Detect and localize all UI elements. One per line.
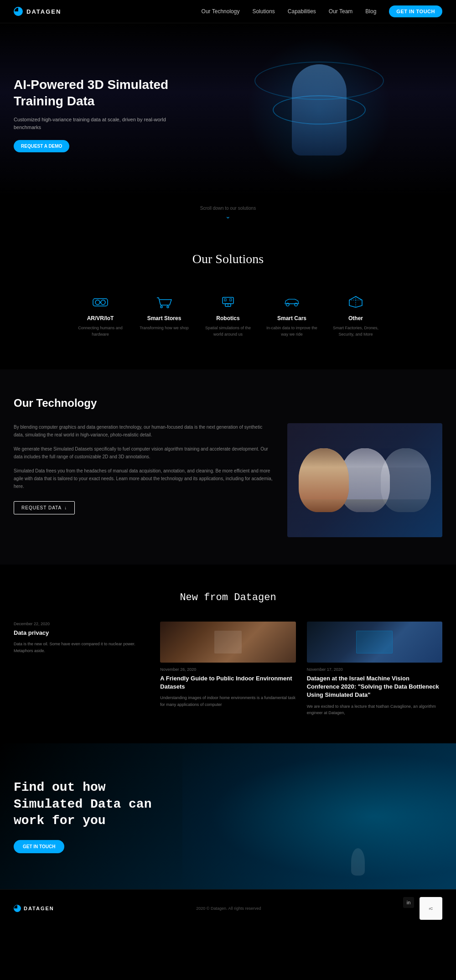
nav-link-capabilities[interactable]: Capabilities: [288, 8, 316, 15]
footer-logo-text: DATAGEN: [24, 906, 54, 911]
footer: DATAGEN 2020 © Datagen. All rights reser…: [0, 889, 456, 927]
nav-link-solutions[interactable]: Solutions: [252, 8, 275, 15]
news-thumb-2: [160, 622, 295, 663]
tech-para-3: Simulated Data frees you from the headac…: [14, 467, 274, 490]
ar-vr-iot-name: AR/VR/IoT: [73, 315, 128, 321]
solution-robotics[interactable]: Robotics Spatial simulations of the worl…: [196, 289, 260, 342]
news-title: New from Datagen: [14, 592, 442, 603]
svg-point-5: [167, 306, 169, 308]
news-section: New from Datagen December 22, 2020 Data …: [0, 565, 456, 743]
technology-section: Our Technology By blending computer grap…: [0, 369, 456, 565]
news-title-1[interactable]: Data privacy: [14, 629, 149, 637]
solution-smart-cars[interactable]: Smart Cars In-cabin data to improve the …: [260, 289, 324, 342]
svg-rect-8: [230, 299, 232, 301]
solution-ar-vr-iot[interactable]: AR/VR/IoT Connecting humans and hardware: [68, 289, 132, 342]
other-desc: Smart Factories, Drones, Security, and M…: [328, 325, 383, 337]
svg-point-1: [95, 300, 100, 305]
cta-person-figure: [351, 848, 365, 876]
tech-para-1: By blending computer graphics and data g…: [14, 423, 274, 439]
cta-title: Find out how Simulated Data can work for…: [14, 779, 160, 829]
news-card-1: December 22, 2020 Data privacy Data is t…: [14, 622, 149, 654]
ar-vr-iot-desc: Connecting humans and hardware: [73, 325, 128, 337]
news-date-3: November 17, 2020: [307, 667, 442, 672]
ar-vr-iot-icon: [89, 294, 112, 310]
news-title-3[interactable]: Datagen at the Israel Machine Vision Con…: [307, 674, 442, 700]
logo-icon: [14, 7, 23, 16]
shopping-cart-svg: [155, 295, 173, 309]
robotics-name: Robotics: [201, 315, 255, 321]
hero-cta-button[interactable]: REQUEST A DEMO: [14, 140, 69, 152]
solutions-grid: AR/VR/IoT Connecting humans and hardware…: [14, 289, 442, 342]
svg-point-2: [101, 300, 105, 305]
linkedin-icon[interactable]: in: [403, 897, 414, 908]
technology-image: [287, 423, 442, 537]
smart-cars-desc: In-cabin data to improve the way we ride: [264, 325, 319, 337]
footer-social: in rC: [403, 897, 442, 920]
face-group: [299, 448, 431, 512]
svg-rect-7: [224, 299, 226, 301]
technology-title: Our Technology: [14, 397, 442, 410]
footer-logo[interactable]: DATAGEN: [14, 905, 54, 912]
nav-link-technology[interactable]: Our Technology: [202, 8, 240, 15]
nav-links: Our Technology Solutions Capabilities Ou…: [202, 5, 442, 17]
news-title-2[interactable]: A Friendly Guide to Public Indoor Enviro…: [160, 674, 295, 691]
request-data-button[interactable]: REQUEST DATA ↓: [14, 501, 75, 514]
hero-glow-effect: [246, 37, 392, 183]
hero-section: AI-Powered 3D Simulated Training Data Cu…: [0, 23, 456, 197]
hero-title: AI-Powered 3D Simulated Training Data: [14, 77, 173, 110]
robot-arm-svg: [219, 295, 237, 309]
smart-stores-desc: Transforming how we shop: [137, 325, 192, 332]
news-excerpt-1: Data is the new oil. Some have even comp…: [14, 641, 149, 654]
cube-svg: [347, 295, 365, 309]
news-thumb-3: [307, 622, 442, 663]
footer-logo-icon: [14, 905, 21, 912]
tech-para-2: We generate these Simulated Datasets spe…: [14, 445, 274, 461]
news-date-2: November 26, 2020: [160, 667, 295, 672]
hero-person-figure: [292, 64, 347, 156]
scroll-hint: Scroll down to our solutions ⌄: [0, 197, 456, 229]
smart-stores-icon: [153, 294, 176, 310]
svg-point-11: [286, 303, 290, 306]
cta-background: [182, 743, 456, 889]
logo-text: DATAGEN: [26, 8, 61, 15]
news-excerpt-2: Understanding images of indoor home envi…: [160, 695, 295, 708]
brand-logo[interactable]: DATAGEN: [14, 7, 61, 16]
cta-section: Find out how Simulated Data can work for…: [0, 743, 456, 889]
hero-subtitle: Customized high-variance training data a…: [14, 116, 173, 131]
navbar: DATAGEN Our Technology Solutions Capabil…: [0, 0, 456, 23]
other-icon: [344, 294, 367, 310]
other-name: Other: [328, 315, 383, 321]
svg-point-4: [161, 306, 162, 308]
car-svg: [283, 295, 301, 309]
solution-smart-stores[interactable]: Smart Stores Transforming how we shop: [132, 289, 196, 342]
nav-cta-button[interactable]: GET IN TOUCH: [389, 5, 442, 17]
cta-button[interactable]: GET IN TOUCH: [14, 840, 64, 853]
news-date-1: December 22, 2020: [14, 622, 149, 626]
smart-cars-name: Smart Cars: [264, 315, 319, 321]
smart-stores-name: Smart Stores: [137, 315, 192, 321]
vr-headset-svg: [91, 295, 109, 309]
face-realistic: [299, 448, 349, 512]
footer-copyright: 2020 © Datagen. All rights reserved: [196, 906, 261, 911]
smart-cars-icon: [280, 294, 303, 310]
hero-content: AI-Powered 3D Simulated Training Data Cu…: [14, 77, 173, 153]
nav-link-team[interactable]: Our Team: [329, 8, 352, 15]
news-card-3: November 17, 2020 Datagen at the Israel …: [307, 622, 442, 716]
nav-link-blog[interactable]: Blog: [365, 8, 376, 15]
technology-content: By blending computer graphics and data g…: [14, 423, 442, 537]
solution-other[interactable]: Other Smart Factories, Drones, Security,…: [324, 289, 388, 342]
cta-content: Find out how Simulated Data can work for…: [14, 779, 160, 853]
recaptcha-badge: rC: [420, 897, 442, 920]
hero-figure: [182, 23, 456, 197]
solutions-title: Our Solutions: [14, 252, 442, 266]
news-grid: December 22, 2020 Data privacy Data is t…: [14, 622, 442, 716]
solutions-section: Our Solutions AR/VR/IoT Connecting human…: [0, 229, 456, 369]
news-card-2: November 26, 2020 A Friendly Guide to Pu…: [160, 622, 295, 708]
robotics-icon: [217, 294, 239, 310]
technology-text: By blending computer graphics and data g…: [14, 423, 274, 514]
robotics-desc: Spatial simulations of the world around …: [201, 325, 255, 337]
news-excerpt-3: We are excited to share a lecture that N…: [307, 703, 442, 716]
svg-point-12: [295, 303, 298, 306]
